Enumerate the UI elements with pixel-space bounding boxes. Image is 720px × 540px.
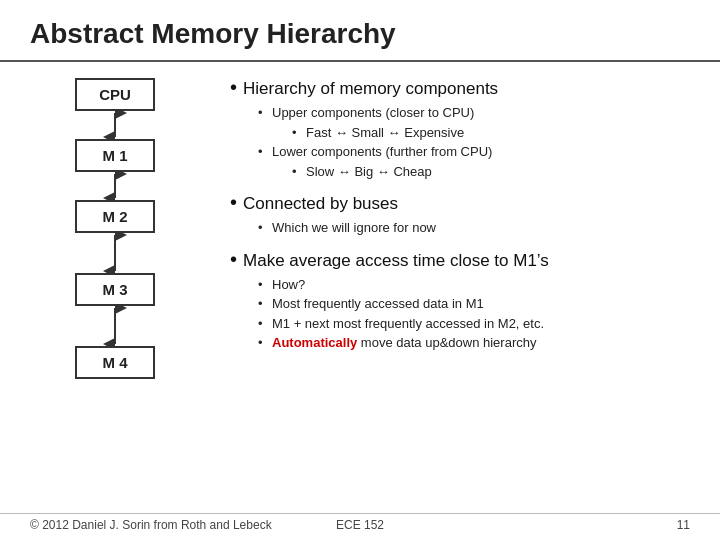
footer-right: 11: [677, 518, 690, 532]
slide-title: Abstract Memory Hierarchy: [30, 18, 690, 50]
cpu-box: CPU: [75, 78, 155, 111]
main-bullet-2: Connected by buses: [230, 191, 700, 214]
sub-item-auto: Automatically move data up&down hierarch…: [258, 333, 700, 353]
m3-box: M 3: [75, 273, 155, 306]
arrow-m2-m3: [100, 233, 130, 273]
sub-item-upper: Upper components (closer to CPU) Fast ↔ …: [258, 103, 700, 142]
sub-item-m1: Most frequently accessed data in M1: [258, 294, 700, 314]
slide: Abstract Memory Hierarchy CPU M: [0, 0, 720, 540]
sub-sub-item-fast: Fast ↔ Small ↔ Expensive: [292, 123, 700, 143]
bullet-section-2: Connected by buses Which we will ignore …: [230, 191, 700, 238]
sub-item-ignore: Which we will ignore for now: [258, 218, 700, 238]
arrow-m1-m2: [100, 172, 130, 200]
sub-list-3: How? Most frequently accessed data in M1…: [230, 275, 700, 353]
main-bullet-3: Make average access time close to M1’s: [230, 248, 700, 271]
sub-sub-list-1: Fast ↔ Small ↔ Expensive: [272, 123, 700, 143]
m1-box: M 1: [75, 139, 155, 172]
automatically-text: Automatically: [272, 335, 357, 350]
sub-list-1: Upper components (closer to CPU) Fast ↔ …: [230, 103, 700, 181]
footer-course: ECE 152: [336, 518, 384, 532]
arrow-cpu-m1: [100, 111, 130, 139]
sub-sub-list-2: Slow ↔ Big ↔ Cheap: [272, 162, 700, 182]
sub-list-2: Which we will ignore for now: [230, 218, 700, 238]
footer-left: © 2012 Daniel J. Sorin from Roth and Leb…: [30, 518, 272, 532]
title-bar: Abstract Memory Hierarchy: [0, 0, 720, 62]
memory-diagram: CPU M 1 M 2: [20, 74, 210, 379]
sub-item-lower: Lower components (further from CPU) Slow…: [258, 142, 700, 181]
sub-item-how: How?: [258, 275, 700, 295]
bullet-section-1: Hierarchy of memory components Upper com…: [230, 76, 700, 181]
m4-box: M 4: [75, 346, 155, 379]
sub-sub-item-slow: Slow ↔ Big ↔ Cheap: [292, 162, 700, 182]
m2-box: M 2: [75, 200, 155, 233]
sub-item-m2: M1 + next most frequently accessed in M2…: [258, 314, 700, 334]
footer-center: ECE 152: [336, 514, 384, 532]
arrow-m3-m4: [100, 306, 130, 346]
content-area: CPU M 1 M 2: [0, 74, 720, 379]
main-bullet-1: Hierarchy of memory components: [230, 76, 700, 99]
bullet-section-3: Make average access time close to M1’s H…: [230, 248, 700, 353]
bullets-column: Hierarchy of memory components Upper com…: [220, 74, 700, 379]
